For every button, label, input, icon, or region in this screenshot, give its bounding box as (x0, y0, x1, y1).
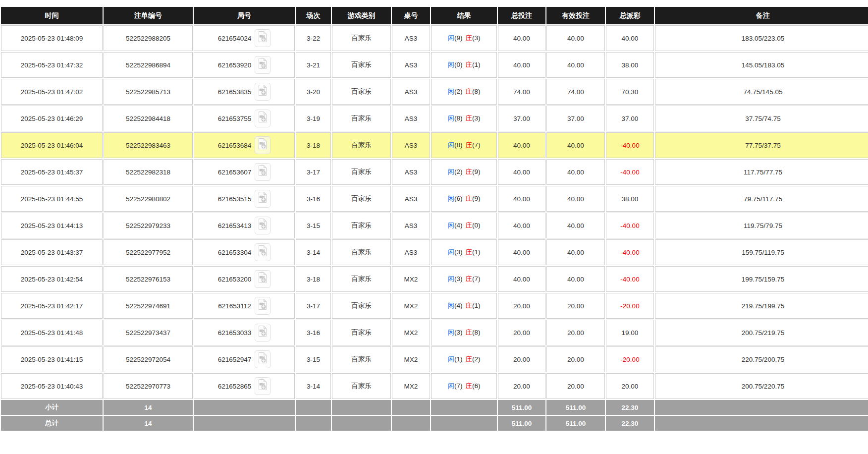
cell-game-type: 百家乐 (332, 186, 391, 212)
video-replay-button[interactable] (255, 243, 271, 261)
player-points: (3) (454, 329, 463, 336)
banker-points: (6) (472, 382, 481, 390)
subtotal-row: 小计 14 511.00 511.00 22.30 (1, 400, 868, 415)
player-points: (4) (454, 222, 463, 229)
player-points: (1) (454, 355, 463, 363)
video-file-icon (258, 218, 268, 230)
video-replay-button[interactable] (255, 324, 271, 341)
cell-valid-bet: 20.00 (546, 293, 605, 319)
table-row[interactable]: 2025-05-23 01:41:48 522522973437 6216530… (1, 320, 868, 345)
player-label: 闲 (448, 302, 455, 309)
round-number: 621653755 (218, 115, 252, 122)
video-file-icon (258, 245, 268, 257)
video-replay-button[interactable] (255, 56, 271, 74)
round-number: 621653033 (218, 329, 252, 337)
banker-points: (9) (472, 195, 481, 202)
table-row[interactable]: 2025-05-23 01:42:54 522522976153 6216532… (1, 266, 868, 292)
table-row[interactable]: 2025-05-23 01:40:43 522522970773 6216528… (1, 373, 868, 399)
cell-session: 3-17 (296, 159, 331, 185)
banker-label: 庄 (466, 195, 473, 202)
banker-label: 庄 (466, 275, 473, 283)
cell-time: 2025-05-23 01:42:54 (1, 266, 103, 292)
table-row[interactable]: 2025-05-23 01:45:37 522522982318 6216536… (1, 159, 868, 185)
cell-result: 闲(9)庄(3) (431, 25, 497, 51)
cell-total-payout: -40.00 (606, 266, 654, 292)
round-number: 621653304 (218, 249, 252, 256)
cell-time: 2025-05-23 01:46:04 (1, 132, 103, 158)
table-row[interactable]: 2025-05-23 01:47:02 522522985713 6216538… (1, 79, 868, 105)
subtotal-remark (655, 400, 868, 415)
video-replay-button[interactable] (255, 83, 271, 101)
video-replay-button[interactable] (255, 377, 271, 395)
cell-game-type: 百家乐 (332, 132, 391, 158)
round-number: 621653835 (218, 88, 252, 96)
subtotal-empty-cell (431, 400, 497, 415)
cell-bet-id: 522522980802 (104, 186, 193, 212)
grand-total-empty-cell (332, 416, 391, 431)
video-replay-button[interactable] (255, 136, 271, 154)
cell-round-no: 621654024 (194, 25, 295, 51)
cell-round-no: 621652865 (194, 373, 295, 399)
banker-label: 庄 (466, 302, 473, 309)
cell-time: 2025-05-23 01:43:37 (1, 239, 103, 265)
video-replay-button[interactable] (255, 163, 271, 181)
video-replay-button[interactable] (255, 217, 271, 234)
round-number: 621653684 (218, 142, 252, 149)
grand-total-total-payout: 22.30 (606, 416, 654, 431)
cell-session: 3-16 (296, 320, 331, 345)
banker-points: (8) (472, 88, 481, 95)
col-header-table-no: 桌号 (392, 7, 430, 24)
col-header-bet-id: 注单编号 (104, 7, 193, 24)
cell-total-bet: 37.00 (498, 106, 545, 131)
video-file-icon (258, 352, 268, 364)
cell-remark: 183.05/223.05 (655, 25, 868, 51)
cell-total-bet: 74.00 (498, 79, 545, 105)
video-replay-button[interactable] (255, 350, 271, 368)
banker-label: 庄 (466, 114, 473, 122)
grand-total-valid-bet: 511.00 (546, 416, 605, 431)
cell-valid-bet: 40.00 (546, 213, 605, 238)
table-row[interactable]: 2025-05-23 01:42:17 522522974691 6216531… (1, 293, 868, 319)
table-row[interactable]: 2025-05-23 01:43:37 522522977952 6216533… (1, 239, 868, 265)
video-replay-button[interactable] (255, 110, 271, 127)
table-row[interactable]: 2025-05-23 01:46:29 522522984418 6216537… (1, 106, 868, 131)
cell-valid-bet: 40.00 (546, 52, 605, 78)
cell-total-bet: 40.00 (498, 266, 545, 292)
table-row[interactable]: 2025-05-23 01:47:32 522522986894 6216539… (1, 52, 868, 78)
table-row[interactable]: 2025-05-23 01:46:04 522522983463 6216536… (1, 132, 868, 158)
banker-points: (9) (472, 168, 481, 175)
cell-session: 3-18 (296, 132, 331, 158)
video-replay-button[interactable] (255, 297, 271, 315)
cell-session: 3-14 (296, 373, 331, 399)
cell-table-no: AS3 (392, 79, 430, 105)
banker-points: (1) (472, 302, 481, 309)
cell-total-payout: 37.00 (606, 106, 654, 131)
table-row[interactable]: 2025-05-23 01:41:15 522522972054 6216529… (1, 346, 868, 372)
table-row[interactable]: 2025-05-23 01:44:55 522522980802 6216535… (1, 186, 868, 212)
cell-round-no: 621653607 (194, 159, 295, 185)
video-file-icon (258, 272, 268, 284)
cell-result: 闲(3)庄(7) (431, 266, 497, 292)
cell-time: 2025-05-23 01:44:55 (1, 186, 103, 212)
player-label: 闲 (448, 114, 455, 122)
bet-records-page: 时间 注单编号 局号 场次 游戏类别 桌号 结果 总投注 有效投注 总派彩 备注… (0, 0, 868, 454)
video-replay-button[interactable] (255, 29, 271, 47)
banker-points: (7) (472, 141, 481, 149)
player-points: (3) (454, 275, 463, 283)
table-row[interactable]: 2025-05-23 01:44:13 522522979233 6216534… (1, 213, 868, 238)
table-row[interactable]: 2025-05-23 01:48:09 522522988205 6216540… (1, 25, 868, 51)
video-replay-button[interactable] (255, 270, 271, 288)
player-label: 闲 (448, 88, 455, 95)
cell-remark: 219.75/199.75 (655, 293, 868, 319)
video-replay-button[interactable] (255, 190, 271, 208)
cell-table-no: MX2 (392, 320, 430, 345)
grand-total-empty-cell (296, 416, 331, 431)
cell-session: 3-15 (296, 213, 331, 238)
cell-bet-id: 522522985713 (104, 79, 193, 105)
cell-valid-bet: 40.00 (546, 132, 605, 158)
subtotal-valid-bet: 511.00 (546, 400, 605, 415)
col-header-game-type: 游戏类别 (332, 7, 391, 24)
banker-label: 庄 (466, 168, 473, 175)
grand-total-remark (655, 416, 868, 431)
cell-round-no: 621653200 (194, 266, 295, 292)
